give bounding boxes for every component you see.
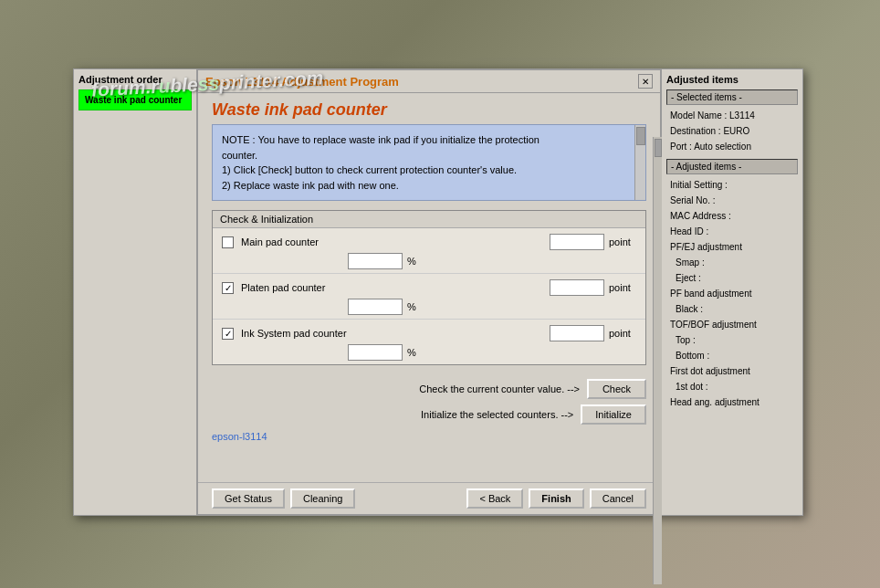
ink-system-pad-label: Ink System pad counter — [241, 328, 550, 339]
note-line1: NOTE : You have to replace waste ink pad… — [222, 134, 540, 145]
note-line3: 1) Click [Check] button to check current… — [222, 164, 517, 175]
sidebar-left-title: Adjustment order — [79, 74, 192, 85]
model-name-label: Model Name : — [670, 110, 727, 121]
check-action-row: Check the current counter value. --> Che… — [198, 374, 660, 402]
model-name-item: Model Name : L3114 — [666, 108, 798, 123]
platen-pad-percent-unit: % — [407, 301, 435, 312]
check-button[interactable]: Check — [587, 379, 646, 399]
main-pad-counter-row: Main pad counter point % — [213, 228, 645, 274]
bottom-r-item: Bottom : — [666, 348, 798, 363]
platen-pad-checkbox[interactable] — [222, 282, 234, 294]
check-action-label: Check the current counter value. --> — [419, 383, 580, 394]
scrollbar-thumb — [636, 127, 645, 145]
sidebar-left: Adjustment order Waste ink pad counter — [73, 68, 196, 516]
check-initialization-section: Check & Initialization Main pad counter … — [212, 210, 646, 365]
black-item: Black : — [666, 301, 798, 317]
bottom-buttons-bar: Get Status Cleaning < Back Finish Cancel — [198, 482, 660, 514]
waste-ink-counter-btn[interactable]: Waste ink pad counter — [79, 89, 192, 110]
ink-system-pad-checkbox[interactable] — [222, 328, 234, 340]
main-pad-checkbox[interactable] — [222, 236, 234, 248]
main-pad-percent-unit: % — [407, 256, 435, 267]
ink-system-pad-point-unit: point — [609, 328, 636, 339]
head-ang-item: Head ang. adjustment — [666, 394, 798, 410]
platen-pad-percent-input[interactable] — [348, 299, 403, 315]
ink-system-pad-percent-unit: % — [407, 347, 435, 358]
destination-value: EURO — [723, 126, 749, 136]
serial-no-item: Serial No. : — [666, 193, 798, 208]
bottom-link: epson-l3114 — [198, 429, 660, 446]
platen-pad-counter-row: Platen pad counter point % — [213, 274, 645, 320]
port-item: Port : Auto selection — [666, 139, 798, 154]
first-dot-val-item: 1st dot : — [666, 379, 798, 394]
get-status-button[interactable]: Get Status — [212, 488, 285, 509]
page-heading: Waste ink pad counter — [198, 93, 660, 124]
ink-system-pad-percent-input[interactable] — [348, 344, 403, 361]
note-line2: counter. — [222, 150, 257, 161]
sidebar-right: Adjusted items - Selected items - Model … — [662, 68, 803, 516]
cancel-button[interactable]: Cancel — [590, 488, 646, 509]
eject-item: Eject : — [666, 270, 798, 286]
first-dot-item: First dot adjustment — [666, 363, 798, 379]
note-scrollbar[interactable] — [634, 125, 645, 200]
initialize-button[interactable]: Initialize — [581, 404, 646, 425]
adjusted-items-header: - Adjusted items - — [666, 159, 798, 174]
initial-setting-item: Initial Setting : — [666, 177, 798, 193]
sidebar-right-title: Adjusted items — [666, 74, 798, 85]
ink-system-pad-counter-row: Ink System pad counter point % — [213, 320, 645, 364]
ink-system-pad-point-input[interactable] — [550, 325, 604, 341]
port-value: Auto selection — [694, 142, 751, 152]
head-id-item: Head ID : — [666, 224, 798, 239]
destination-label: Destination : — [670, 126, 721, 136]
window-title: Epson L3114 Adjustment Program — [205, 75, 399, 89]
selected-items-header: - Selected items - — [666, 89, 798, 105]
note-box: NOTE : You have to replace waste ink pad… — [212, 124, 646, 201]
port-label: Port : — [670, 142, 692, 152]
initialize-action-row: Initialize the selected counters. --> In… — [198, 402, 660, 429]
cleaning-button[interactable]: Cleaning — [290, 488, 355, 509]
main-pad-label: Main pad counter — [241, 236, 550, 247]
model-name-value: L3114 — [729, 110, 755, 121]
main-pad-point-unit: point — [609, 236, 636, 247]
main-pad-point-input[interactable] — [550, 234, 604, 250]
tof-bof-item: TOF/BOF adjustment — [666, 317, 798, 332]
platen-pad-point-input[interactable] — [550, 279, 604, 296]
check-section-title: Check & Initialization — [213, 211, 645, 228]
back-button[interactable]: < Back — [466, 488, 523, 509]
finish-button[interactable]: Finish — [529, 488, 583, 509]
mac-address-item: MAC Address : — [666, 208, 798, 224]
top-item: Top : — [666, 332, 798, 348]
smap-item: Smap : — [666, 255, 798, 270]
main-panel: Epson L3114 Adjustment Program ✕ Waste i… — [196, 68, 662, 516]
main-window: Adjustment order Waste ink pad counter E… — [73, 68, 803, 516]
platen-pad-label: Platen pad counter — [241, 282, 550, 293]
pf-ej-item: PF/EJ adjustment — [666, 239, 798, 255]
platen-pad-point-unit: point — [609, 282, 636, 293]
main-pad-percent-input[interactable] — [348, 253, 403, 269]
note-text: NOTE : You have to replace waste ink pad… — [222, 132, 636, 193]
title-bar: Epson L3114 Adjustment Program ✕ — [198, 70, 660, 93]
destination-item: Destination : EURO — [666, 123, 798, 139]
initialize-action-label: Initialize the selected counters. --> — [421, 409, 573, 420]
close-button[interactable]: ✕ — [638, 74, 653, 89]
pf-band-item: PF band adjustment — [666, 286, 798, 301]
note-line4: 2) Replace waste ink pad with new one. — [222, 180, 399, 191]
